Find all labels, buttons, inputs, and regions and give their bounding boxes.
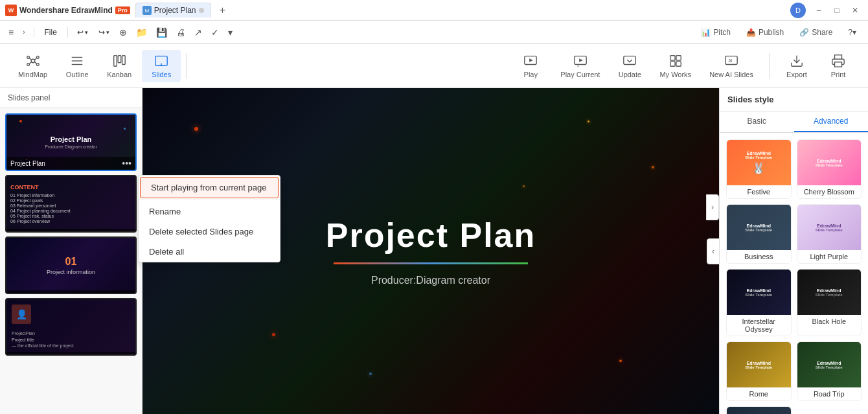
slides-button[interactable]: Slides — [142, 50, 181, 82]
style-panel: Slides style Basic Advanced EdrawMind Sl… — [719, 88, 868, 414]
export-button-toolbar[interactable]: Export — [777, 50, 816, 82]
print-button[interactable]: 🖨 — [173, 25, 188, 40]
export-button[interactable]: ↗ — [191, 25, 205, 40]
tab-basic[interactable]: Basic — [720, 111, 794, 132]
slide-thumb-4[interactable]: ProjectPlan Project title — the official… — [5, 298, 137, 356]
slide-thumb-2[interactable]: CONTENT 01 Project information 02 Projec… — [5, 175, 137, 233]
slide-2-item-5: 05 Project risk, status — [10, 214, 131, 218]
outline-button[interactable]: Outline — [58, 50, 97, 82]
open-folder-button[interactable]: 📁 — [133, 25, 150, 40]
update-button[interactable]: Update — [610, 50, 649, 82]
more-options-button[interactable]: ▾ — [225, 25, 236, 40]
context-menu-delete-all-label: Delete all — [149, 247, 184, 257]
maximize-button[interactable]: □ — [829, 3, 845, 18]
slides-panel-header: Slides panel — [0, 88, 142, 108]
close-button[interactable]: ✕ — [847, 3, 863, 18]
undo-button[interactable]: ↩ ▾ — [73, 26, 92, 39]
svg-rect-13 — [118, 55, 121, 62]
task-button[interactable]: ✓ — [208, 25, 222, 40]
style-card-rome[interactable]: EdrawMind Slide Template Rome — [726, 341, 792, 401]
svg-rect-26 — [670, 61, 675, 65]
style-card-road-trip[interactable]: EdrawMind Slide Template Road Trip — [797, 341, 862, 401]
tab-advanced[interactable]: Advanced — [794, 111, 869, 132]
context-menu-rename[interactable]: Rename — [139, 201, 280, 222]
active-tab[interactable]: M Project Plan — [135, 3, 211, 17]
context-menu-play-current[interactable]: Start playing from current page — [140, 177, 279, 198]
canvas-main-title: Project Plan — [326, 216, 536, 255]
app-logo: W Wondershare EdrawMind Pro — [5, 5, 130, 16]
slide-2-item-6: 06 Project overview — [10, 219, 131, 224]
style-card-black-hole[interactable]: EdrawMind Slide Template Black Hole — [797, 269, 862, 336]
mindmap-button[interactable]: MindMap — [10, 50, 55, 82]
style-card-img-interstellar: EdrawMind Slide Template — [727, 270, 791, 315]
pitch-button[interactable]: 📊 Pitch — [694, 25, 737, 40]
slide-2-item-1: 01 Project information — [10, 193, 131, 198]
pro-badge: Pro — [115, 6, 130, 14]
my-works-icon — [668, 54, 683, 68]
print-button-toolbar[interactable]: Print — [819, 50, 858, 82]
svg-rect-31 — [835, 62, 842, 66]
play-current-button[interactable]: Play Current — [553, 50, 608, 82]
minimize-button[interactable]: – — [811, 3, 827, 18]
style-panel-header: Slides style — [720, 88, 868, 111]
style-grid: EdrawMind Slide Template 🐰 Festive Edraw… — [720, 133, 868, 414]
collapse-sidebar-button[interactable]: ≡ — [5, 25, 17, 40]
style-card-more-1[interactable]: EdrawMind — [726, 406, 792, 414]
play-label: Play — [524, 71, 538, 78]
save-local-button[interactable]: 💾 — [153, 25, 170, 40]
update-label: Update — [619, 71, 641, 78]
style-card-interstellar[interactable]: EdrawMind Slide Template Interstellar Od… — [726, 269, 792, 336]
kanban-button[interactable]: Kanban — [99, 50, 139, 82]
style-card-cherry-blossom[interactable]: EdrawMind Slide Template Cherry Blossom — [797, 139, 862, 199]
style-card-festive[interactable]: EdrawMind Slide Template 🐰 Festive — [726, 139, 792, 199]
expand-arrow-button[interactable]: › — [19, 27, 28, 38]
slide-thumb-1[interactable]: Project Plan Producer:Diagram creator Pr… — [5, 113, 137, 171]
svg-point-1 — [27, 56, 29, 58]
collapse-panel-button[interactable]: ‹ — [707, 238, 719, 264]
play-button[interactable]: Play — [511, 50, 550, 82]
share-button[interactable]: 🔗 Share — [793, 25, 839, 40]
share-label: Share — [812, 28, 832, 37]
pitch-icon: 📊 — [701, 28, 711, 37]
style-card-label-business: Business — [727, 250, 791, 263]
style-card-business[interactable]: EdrawMind Slide Template Business — [726, 204, 792, 264]
my-works-button[interactable]: My Works — [652, 50, 699, 82]
new-ai-slides-label: New AI Slides — [709, 71, 753, 78]
top-toolbar: MindMap Outline Kanban Slides — [0, 44, 868, 88]
slide-1-more-button[interactable]: ••• — [122, 158, 131, 168]
svg-line-5 — [29, 58, 31, 60]
svg-point-3 — [27, 63, 29, 65]
slide-thumb-3[interactable]: 01 Project information — [5, 236, 137, 294]
main-layout: Slides panel Project Plan Producer:Diagr… — [0, 88, 868, 414]
publish-button[interactable]: 📤 Publish — [740, 25, 790, 40]
style-card-img-lightpurple: EdrawMind Slide Template — [797, 205, 862, 250]
slide-thumb-img-3: 01 Project information — [6, 238, 135, 293]
new-ai-slides-button[interactable]: AI New AI Slides — [702, 50, 761, 82]
style-card-img-cherry: EdrawMind Slide Template — [797, 140, 862, 185]
style-card-img-blackhole: EdrawMind Slide Template — [797, 270, 862, 315]
context-menu-delete-selected[interactable]: Delete selected Slides page — [139, 222, 280, 242]
slide-thumb-label-3 — [6, 290, 135, 293]
svg-text:AI: AI — [728, 58, 732, 62]
play-current-label: Play Current — [560, 71, 600, 78]
expand-right-button[interactable]: › — [706, 194, 719, 220]
slides-toolbar-right: Play Play Current Update My Works — [511, 50, 858, 82]
context-menu-play-current-label: Start playing from current page — [151, 183, 266, 192]
canvas-decorative-line — [334, 262, 528, 264]
file-menu[interactable]: File — [40, 25, 62, 40]
svg-point-2 — [36, 56, 39, 58]
style-panel-title: Slides style — [727, 95, 774, 104]
slide-thumb-img-4: ProjectPlan Project title — the official… — [6, 299, 135, 354]
collapse-icon: ‹ — [712, 247, 714, 256]
style-card-img-business: EdrawMind Slide Template — [727, 205, 791, 250]
style-tabs: Basic Advanced — [720, 111, 868, 133]
redo-button[interactable]: ↪ ▾ — [95, 26, 113, 39]
avatar[interactable]: D — [790, 3, 806, 18]
style-card-light-purple[interactable]: EdrawMind Slide Template Light Purple — [797, 204, 862, 264]
help-button[interactable]: ?▾ — [841, 25, 863, 40]
svg-rect-14 — [122, 55, 126, 64]
new-tab-button[interactable]: + — [216, 4, 229, 17]
context-menu-delete-all[interactable]: Delete all — [139, 242, 280, 262]
context-menu-rename-label: Rename — [149, 207, 181, 216]
add-button[interactable]: ⊕ — [116, 25, 130, 40]
